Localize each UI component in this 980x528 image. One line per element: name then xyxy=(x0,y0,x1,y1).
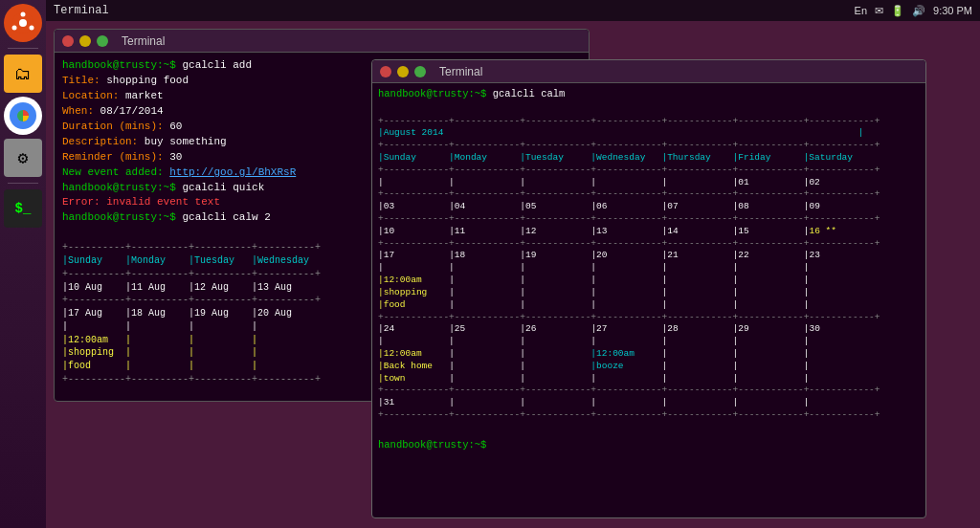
svg-point-4 xyxy=(12,26,17,31)
calm-cmd-line: handbook@trusty:~$ gcalcli calm xyxy=(378,87,920,101)
settings-icon[interactable]: ⚙ xyxy=(4,139,42,177)
ubuntu-icon[interactable] xyxy=(4,4,42,42)
minimize-button-fg[interactable] xyxy=(397,66,409,77)
systembar-right: En ✉ 🔋 🔊 9:30 PM xyxy=(855,5,972,17)
svg-point-2 xyxy=(21,12,26,17)
terminal-titlebar-bg: Terminal xyxy=(55,30,589,53)
maximize-button-fg[interactable] xyxy=(414,66,426,77)
battery-icon: 🔋 xyxy=(891,5,904,17)
terminal-icon[interactable]: $_ xyxy=(4,189,42,228)
desktop: Terminal handbook@trusty:~$ gcalcli add … xyxy=(46,21,980,528)
clock: 9:30 PM xyxy=(933,5,972,16)
systembar: Terminal En ✉ 🔋 🔊 9:30 PM xyxy=(46,0,980,21)
full-calendar: +------------+------------+------------+… xyxy=(378,103,920,434)
volume-icon: 🔊 xyxy=(912,5,925,17)
browser-icon[interactable] xyxy=(4,97,42,135)
terminal-content-fg: handbook@trusty:~$ gcalcli calm +-------… xyxy=(372,83,925,517)
taskbar-divider xyxy=(8,48,38,49)
close-button-fg[interactable] xyxy=(380,66,391,77)
mail-icon: ✉ xyxy=(875,5,883,17)
svg-point-3 xyxy=(30,26,34,31)
terminal-title-bg: Terminal xyxy=(122,34,165,48)
close-button[interactable] xyxy=(62,35,74,47)
systembar-title: Terminal xyxy=(54,4,109,17)
footer-prompt-line: handbook@trusty:~$ xyxy=(378,438,920,452)
terminal-title-fg: Terminal xyxy=(439,65,482,78)
terminal-titlebar-fg: Terminal xyxy=(372,60,925,83)
taskbar: 🗂 ⚙ $_ xyxy=(0,0,46,528)
minimize-button[interactable] xyxy=(79,35,91,47)
svg-point-1 xyxy=(19,19,27,27)
files-icon[interactable]: 🗂 xyxy=(4,55,42,93)
terminal-window-fg: Terminal handbook@trusty:~$ gcalcli calm… xyxy=(371,59,926,518)
maximize-button[interactable] xyxy=(97,35,108,47)
taskbar-divider-2 xyxy=(8,183,38,184)
keyboard-indicator: En xyxy=(855,5,867,16)
